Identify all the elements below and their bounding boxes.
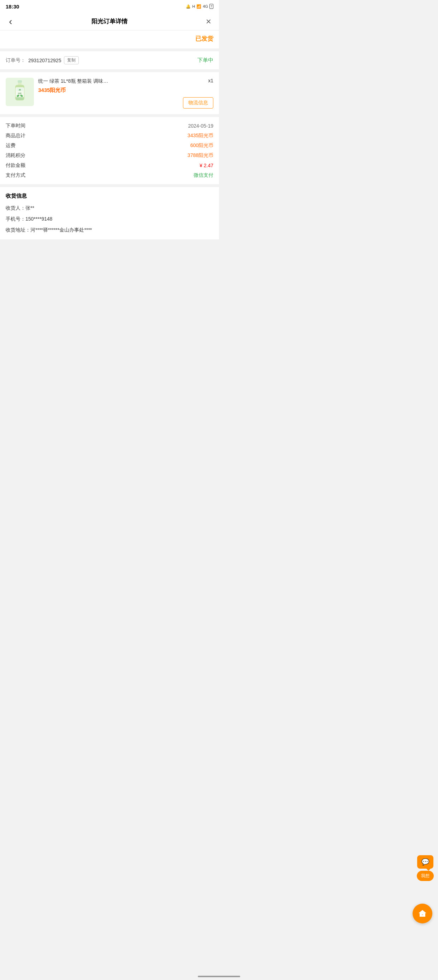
shipping-fee-label: 运费 [6,143,16,149]
product-price: 3435阳光币 [38,87,213,94]
product-header: 统一 绿茶 1L*8瓶 整箱装 调味… x1 [38,78,213,85]
detail-row-shipping: 运费 600阳光币 [6,143,213,149]
svg-rect-0 [17,80,22,83]
phone-value: 150****9148 [25,216,52,222]
signal-icon: H [192,4,195,8]
wifi-icon: 📶 [197,4,202,9]
product-info: 统一 绿茶 1L*8瓶 整箱装 调味… x1 3435阳光币 物流信息 [38,78,213,108]
page-title: 阳光订单详情 [92,18,127,25]
close-button[interactable]: ✕ [203,17,213,27]
order-status-label: 下单中 [197,57,213,64]
detail-row-total: 商品总计 3435阳光币 [6,132,213,139]
payment-label: 付款金额 [6,162,25,169]
address-label: 收货地址： [6,227,30,232]
recipient-row: 收货人：张** [6,204,213,212]
logistics-button[interactable]: 物流信息 [183,97,213,108]
battery-icon: 7 [209,4,213,9]
notification-icon: 🔔 [186,4,191,9]
order-number-section: 订单号： 293120712925 复制 下单中 [0,51,219,72]
status-bar: 18:30 🔔 H 📶 4G 7 [0,0,219,13]
detail-row-pay-method: 支付方式 微信支付 [6,172,213,178]
copy-button[interactable]: 复制 [64,56,79,64]
product-name: 统一 绿茶 1L*8瓶 整箱装 调味… [38,78,205,85]
points-value: 3788阳光币 [187,153,213,159]
total-label: 商品总计 [6,132,25,139]
address-value: 河****驿******金山办事处**** [30,227,92,232]
details-section: 下单时间 2024-05-19 商品总计 3435阳光币 运费 600阳光币 消… [0,117,219,187]
svg-rect-9 [16,97,24,100]
nav-bar: 阳光订单详情 ✕ [0,13,219,30]
pay-method-value: 微信支付 [194,172,213,178]
order-number-label: 订单号： [6,57,25,64]
status-section: 已发货 [0,30,219,51]
product-card: JD 绿茶 统一 绿茶 1L*8瓶 整箱装 调味… x1 3435阳光币 物流信… [6,78,213,108]
detail-row-payment: 付款金额 ¥ 2.47 [6,162,213,169]
status-time: 18:30 [6,3,19,10]
order-time-label: 下单时间 [6,123,25,129]
order-number-value: 293120712925 [28,57,61,63]
product-image: JD 绿茶 [6,78,34,106]
order-time-value: 2024-05-19 [188,123,213,129]
shipping-fee-value: 600阳光币 [190,143,213,149]
status-icons: 🔔 H 📶 4G 7 [186,4,213,9]
address-row: 收货地址：河****驿******金山办事处**** [6,226,213,234]
total-value: 3435阳光币 [187,132,213,139]
product-section: JD 绿茶 统一 绿茶 1L*8瓶 整箱装 调味… x1 3435阳光币 物流信… [0,72,219,117]
detail-row-order-time: 下单时间 2024-05-19 [6,123,213,129]
product-bottle-svg: JD 绿茶 [11,80,29,104]
svg-text:绿茶: 绿茶 [18,92,22,94]
back-button[interactable] [6,17,16,27]
shipping-section-title: 收货信息 [6,192,213,199]
product-quantity: x1 [208,78,213,83]
bottom-area [0,242,219,341]
shipped-badge: 已发货 [195,35,213,42]
svg-text:JD: JD [19,89,21,91]
detail-row-points: 消耗积分 3788阳光币 [6,153,213,159]
recipient-label: 收货人： [6,205,25,211]
phone-label: 手机号： [6,216,25,222]
recipient-value: 张** [25,205,34,211]
payment-value: ¥ 2.47 [200,162,213,168]
phone-row: 手机号：150****9148 [6,215,213,223]
pay-method-label: 支付方式 [6,172,25,178]
order-number-left: 订单号： 293120712925 复制 [6,56,79,64]
shipping-section: 收货信息 收货人：张** 手机号：150****9148 收货地址：河****驿… [0,187,219,242]
svg-rect-1 [18,83,22,85]
points-label: 消耗积分 [6,153,25,159]
network-4g-icon: 4G [203,4,208,8]
